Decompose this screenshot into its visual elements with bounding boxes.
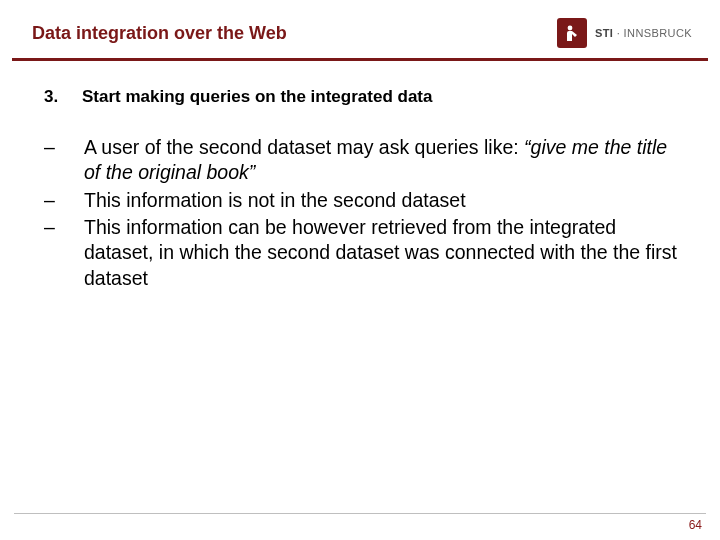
bullet-dash: – [44, 188, 66, 213]
brand-text: STI · INNSBRUCK [595, 27, 692, 39]
ordered-number: 3. [44, 87, 66, 107]
slide-title: Data integration over the Web [32, 23, 287, 44]
slide-header: Data integration over the Web STI · INNS… [0, 0, 720, 58]
brand-bold: STI [595, 27, 613, 39]
brand-dot: · [617, 27, 624, 39]
bullet-text: This information can be however retrieve… [84, 215, 678, 291]
slide-content: 3. Start making queries on the integrate… [0, 61, 720, 291]
footer-rule [14, 513, 706, 514]
bullet-text: This information is not in the second da… [84, 188, 678, 213]
sti-logo-icon [557, 18, 587, 48]
bullet-text-prefix: A user of the second dataset may ask que… [84, 136, 524, 158]
list-item: – This information can be however retrie… [44, 215, 678, 291]
bullet-dash: – [44, 215, 66, 291]
brand-logo: STI · INNSBRUCK [557, 18, 692, 48]
bullet-text: A user of the second dataset may ask que… [84, 135, 678, 186]
slide: Data integration over the Web STI · INNS… [0, 0, 720, 540]
page-number: 64 [689, 518, 702, 532]
list-item: – This information is not in the second … [44, 188, 678, 213]
brand-light: INNSBRUCK [624, 27, 692, 39]
ordered-text: Start making queries on the integrated d… [82, 87, 432, 107]
svg-point-0 [568, 26, 573, 31]
bullet-list: – A user of the second dataset may ask q… [42, 135, 678, 291]
ordered-item: 3. Start making queries on the integrate… [42, 87, 678, 107]
list-item: – A user of the second dataset may ask q… [44, 135, 678, 186]
bullet-dash: – [44, 135, 66, 186]
person-arrow-icon [562, 23, 582, 43]
